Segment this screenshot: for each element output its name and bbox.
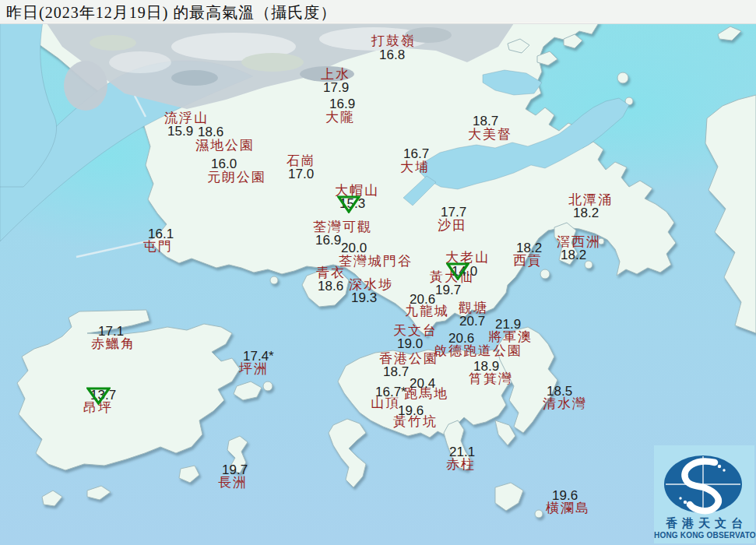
station-name: 清水灣 xyxy=(543,397,587,410)
station-value: 19.3 xyxy=(351,291,377,304)
page-title: 昨日(2023年12月19日) 的最高氣溫（攝氏度） xyxy=(6,2,336,23)
min-temp-triangle-icon xyxy=(86,386,111,405)
station-value: 20.6 xyxy=(410,293,435,306)
hong-kong-map xyxy=(0,0,756,545)
station-name: 橫瀾島 xyxy=(546,501,590,515)
station-value: 16.9 xyxy=(329,97,355,111)
station-value: 19.6 xyxy=(552,489,578,502)
station-name: 深水埗 xyxy=(349,278,393,291)
station-value: 17.0 xyxy=(288,167,314,181)
station-value: 16.9 xyxy=(315,234,341,247)
weather-map-screen: 打鼓嶺16.8上水17.9大隴16.9流浮山15.9濕地公園18.6元朗公園16… xyxy=(0,0,756,545)
station-value: 18.2 xyxy=(516,241,542,255)
hko-logo-icon xyxy=(654,445,754,517)
station-name: 沙田 xyxy=(438,219,467,232)
station-value: 19.7 xyxy=(435,283,461,297)
station-value: 18.2 xyxy=(573,206,599,220)
station-name: 香港公園 xyxy=(379,352,438,365)
station-value: 20.7 xyxy=(459,315,485,328)
station-name: 屯門 xyxy=(143,240,173,253)
station-value: 20.0 xyxy=(341,241,367,255)
hko-logo: 香港天文台 HONG KONG OBSERVATORY xyxy=(654,445,754,543)
title-band: 昨日(2023年12月19日) 的最高氣溫（攝氏度） xyxy=(0,0,756,24)
ma-wan-island xyxy=(270,276,278,284)
station-name: 荃灣城門谷 xyxy=(339,255,413,268)
station-value: 20.6 xyxy=(448,332,474,345)
station-value: 17.1 xyxy=(98,325,124,338)
station-value: 20.4 xyxy=(410,377,435,390)
station-name: 坪洲 xyxy=(239,362,269,375)
station-name: 流浮山 xyxy=(164,111,209,125)
min-temp-triangle-icon xyxy=(446,262,469,280)
station-value: 18.7 xyxy=(383,365,409,378)
station-value: 18.5 xyxy=(547,385,572,398)
station-value: 17.4* xyxy=(243,350,274,363)
station-value: 21.1 xyxy=(449,445,475,459)
station-value: 18.7 xyxy=(473,114,498,128)
hko-logo-zh-text: 香港天文台 xyxy=(654,516,754,531)
station-value: 19.0 xyxy=(397,337,423,350)
station-value: 16.7 xyxy=(403,147,429,160)
station-value: 16.1 xyxy=(148,227,174,241)
station-name: 啟德跑道公園 xyxy=(434,344,522,357)
station-value: 16.7* xyxy=(375,385,406,399)
station-value: 17.7 xyxy=(441,206,466,219)
station-name: 青衣 xyxy=(316,266,346,280)
station-value: 18.6 xyxy=(198,125,223,139)
station-value: 15.9 xyxy=(167,125,193,138)
station-name: 長洲 xyxy=(218,476,248,489)
min-temp-triangle-icon xyxy=(337,195,360,213)
waglan-islet xyxy=(535,510,543,518)
station-value: 17.9 xyxy=(323,81,349,94)
station-value: 18.6 xyxy=(318,280,343,293)
station-name: 觀塘 xyxy=(459,301,488,315)
small-island xyxy=(263,382,273,391)
tap-mun-island xyxy=(617,72,628,83)
station-name: 大美督 xyxy=(468,128,512,141)
station-name: 赤鱲角 xyxy=(91,337,135,350)
station-value: 18.2 xyxy=(561,248,586,262)
station-name: 大埔 xyxy=(400,160,430,174)
station-name: 荃灣可觀 xyxy=(313,220,372,234)
station-name: 筲箕灣 xyxy=(469,372,513,385)
station-value: 16.8 xyxy=(379,48,405,62)
station-value: 16.0 xyxy=(211,157,237,171)
station-name: 上水 xyxy=(321,68,350,81)
station-name: 將軍澳 xyxy=(488,330,533,343)
sharp-island xyxy=(540,269,550,279)
station-name: 西貢 xyxy=(513,254,543,267)
station-value: 19.6 xyxy=(398,404,424,417)
station-value: 19.7 xyxy=(222,463,248,476)
station-name: 元朗公園 xyxy=(207,171,266,184)
station-name: 大隴 xyxy=(325,111,355,124)
station-name: 北潭涌 xyxy=(568,193,613,206)
hko-logo-en-text: HONG KONG OBSERVATORY xyxy=(654,531,754,540)
station-name: 濕地公園 xyxy=(195,139,255,152)
station-name: 滘西洲 xyxy=(557,235,601,248)
station-name: 石崗 xyxy=(287,154,316,167)
station-value: 21.9 xyxy=(495,318,521,331)
station-name: 天文台 xyxy=(393,324,438,337)
station-value: 18.9 xyxy=(473,360,499,373)
station-name: 赤柱 xyxy=(446,458,476,471)
station-name: 打鼓嶺 xyxy=(371,34,416,47)
